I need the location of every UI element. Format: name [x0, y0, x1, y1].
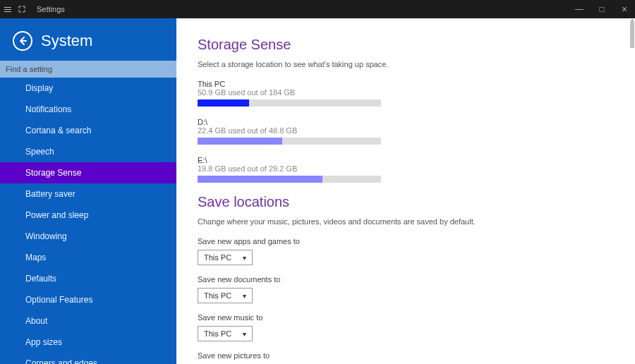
save-location-label: Save new documents to: [198, 275, 635, 284]
dropdown-value: This PC: [204, 291, 231, 300]
drive-usage-text: 22.4 GB used out of 48.8 GB: [198, 126, 635, 135]
save-location-label: Save new music to: [198, 313, 635, 322]
minimize-icon[interactable]: —: [574, 4, 584, 14]
save-location-row: Save new pictures toThis PC▾: [198, 351, 635, 364]
dropdown-value: This PC: [204, 253, 231, 262]
scrollbar[interactable]: ▴: [627, 18, 635, 364]
close-icon[interactable]: ×: [619, 4, 629, 15]
sidebar-item-defaults[interactable]: Defaults: [0, 268, 176, 289]
save-location-row: Save new music toThis PC▾: [198, 313, 635, 341]
save-location-label: Save new pictures to: [198, 351, 635, 360]
save-location-row: Save new apps and games toThis PC▾: [198, 237, 635, 265]
dropdown-value: This PC: [204, 329, 231, 338]
chevron-down-icon: ▾: [243, 292, 246, 300]
sidebar-item-maps[interactable]: Maps: [0, 247, 176, 268]
sidebar-nav: DisplayNotificationsCortana & searchSpee…: [0, 78, 176, 364]
hamburger-icon[interactable]: [4, 7, 11, 12]
save-locations-help-text: Change where your music, pictures, video…: [198, 217, 635, 226]
drive-name: D:\: [198, 118, 635, 126]
drive-row[interactable]: E:\19.8 GB used out of 29.2 GB: [198, 156, 635, 183]
sidebar-item-corners-and-edges[interactable]: Corners and edges: [0, 353, 176, 364]
drive-usage-bar: [198, 99, 381, 107]
save-location-dropdown[interactable]: This PC▾: [198, 326, 253, 341]
storage-help-text: Select a storage location to see what's …: [198, 60, 635, 68]
drive-usage-text: 50.9 GB used out of 184 GB: [198, 88, 635, 97]
back-button[interactable]: [13, 31, 32, 51]
sidebar-item-windowing[interactable]: Windowing: [0, 226, 176, 247]
arrow-left-icon: [18, 36, 28, 46]
sidebar-item-speech[interactable]: Speech: [0, 141, 176, 162]
sidebar-item-storage-sense[interactable]: Storage Sense: [0, 162, 176, 183]
window-title: Settings: [37, 5, 65, 13]
sidebar-item-notifications[interactable]: Notifications: [0, 99, 176, 120]
save-location-dropdown[interactable]: This PC▾: [198, 250, 253, 265]
save-location-row: Save new documents toThis PC▾: [198, 275, 635, 303]
content-pane: Storage Sense Select a storage location …: [176, 18, 635, 364]
sidebar: System DisplayNotificationsCortana & sea…: [0, 18, 176, 364]
titlebar: Settings — □ ×: [0, 0, 635, 18]
expand-icon[interactable]: [18, 6, 25, 13]
sidebar-item-battery-saver[interactable]: Battery saver: [0, 183, 176, 205]
drive-name: This PC: [198, 80, 635, 88]
sidebar-item-optional-features[interactable]: Optional Features: [0, 289, 176, 310]
drive-row[interactable]: This PC50.9 GB used out of 184 GB: [198, 80, 635, 107]
sidebar-item-cortana-search[interactable]: Cortana & search: [0, 120, 176, 141]
drive-usage-bar: [198, 138, 381, 145]
maximize-icon[interactable]: □: [597, 4, 607, 14]
sidebar-title: System: [41, 32, 92, 50]
sidebar-item-power-and-sleep[interactable]: Power and sleep: [0, 205, 176, 226]
sidebar-item-about[interactable]: About: [0, 310, 176, 332]
scrollbar-thumb[interactable]: [630, 21, 634, 48]
sidebar-item-display[interactable]: Display: [0, 78, 176, 99]
sidebar-item-app-sizes[interactable]: App sizes: [0, 332, 176, 353]
chevron-down-icon: ▾: [243, 254, 246, 262]
save-location-label: Save new apps and games to: [198, 237, 635, 245]
drive-usage-text: 19.8 GB used out of 29.2 GB: [198, 164, 635, 173]
drive-usage-bar: [198, 176, 381, 183]
storage-sense-heading: Storage Sense: [198, 37, 635, 53]
drive-row[interactable]: D:\22.4 GB used out of 48.8 GB: [198, 118, 635, 145]
save-locations-heading: Save locations: [198, 194, 635, 210]
search-input[interactable]: [0, 61, 176, 78]
drive-name: E:\: [198, 156, 635, 164]
chevron-down-icon: ▾: [243, 330, 246, 338]
save-location-dropdown[interactable]: This PC▾: [198, 288, 253, 303]
